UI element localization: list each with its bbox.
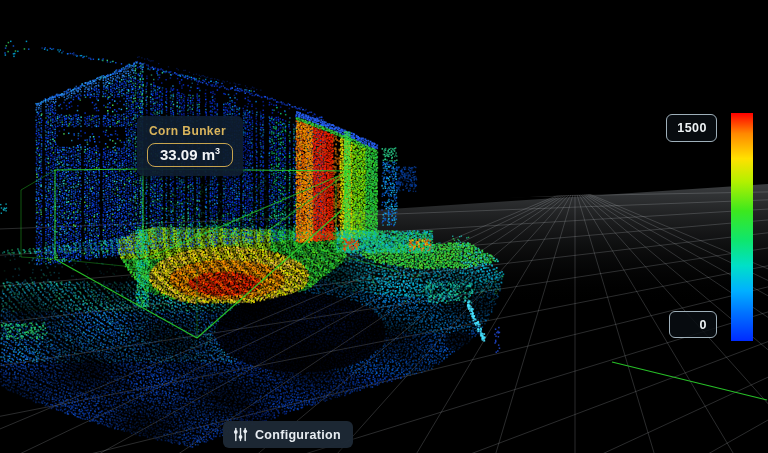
colorbar-min-value: 0 [700, 318, 707, 332]
volume-exponent: 3 [215, 146, 220, 156]
3d-viewport[interactable]: Corn Bunker 33.09 m3 1500 0 Configuratio… [0, 0, 768, 453]
configuration-button[interactable]: Configuration [223, 421, 353, 448]
measurement-tooltip[interactable]: Corn Bunker 33.09 m3 [137, 116, 243, 176]
colorbar-max-field[interactable]: 1500 [666, 114, 717, 142]
colorbar-max-value: 1500 [677, 121, 707, 135]
configuration-label: Configuration [255, 428, 341, 442]
volume-value: 33.09 [160, 146, 198, 163]
pointcloud-canvas[interactable] [0, 0, 768, 453]
colorbar-min-field[interactable]: 0 [669, 311, 717, 338]
sliders-icon [233, 427, 248, 442]
tooltip-title: Corn Bunker [149, 124, 231, 138]
volume-value-box: 33.09 m3 [147, 143, 233, 167]
volume-unit: m [202, 146, 215, 163]
colorbar-gradient [731, 113, 753, 341]
